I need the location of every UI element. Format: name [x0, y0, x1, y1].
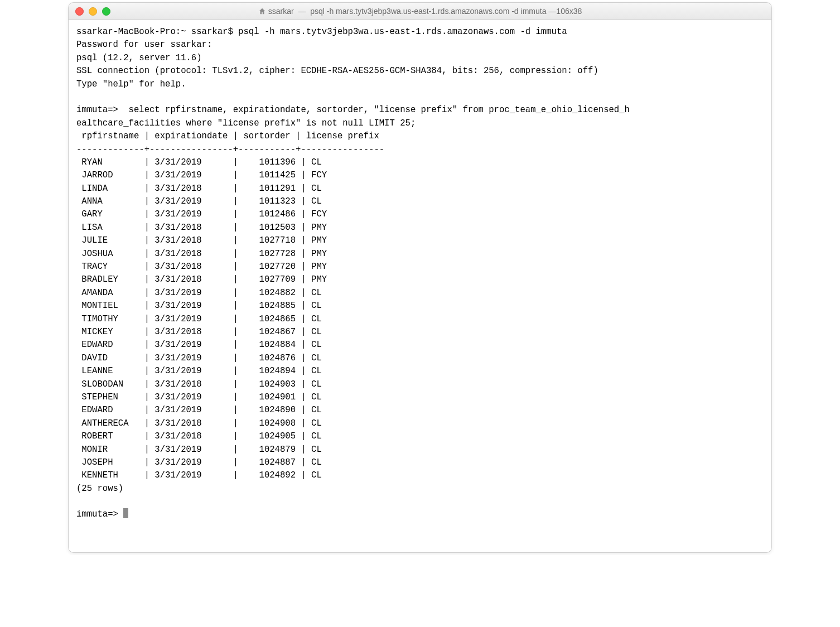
title-cmd: psql -h mars.tytv3jebp3wa.us-east-1.rds.… — [310, 7, 546, 16]
terminal-window: ssarkar — psql -h mars.tytv3jebp3wa.us-e… — [68, 2, 772, 553]
close-icon[interactable] — [75, 7, 84, 16]
traffic-lights — [69, 7, 110, 16]
title-folder: ssarkar — [268, 7, 294, 16]
title-sep2: — — [548, 7, 556, 16]
window-title: ssarkar — psql -h mars.tytv3jebp3wa.us-e… — [69, 7, 771, 16]
zoom-icon[interactable] — [102, 7, 110, 16]
title-size: 106x38 — [556, 7, 582, 16]
home-icon — [258, 7, 266, 15]
minimize-icon[interactable] — [89, 7, 97, 16]
cursor — [123, 508, 128, 518]
title-sep: — — [296, 7, 311, 16]
titlebar[interactable]: ssarkar — psql -h mars.tytv3jebp3wa.us-e… — [69, 3, 771, 20]
terminal-body[interactable]: ssarkar-MacBook-Pro:~ ssarkar$ psql -h m… — [69, 20, 771, 552]
